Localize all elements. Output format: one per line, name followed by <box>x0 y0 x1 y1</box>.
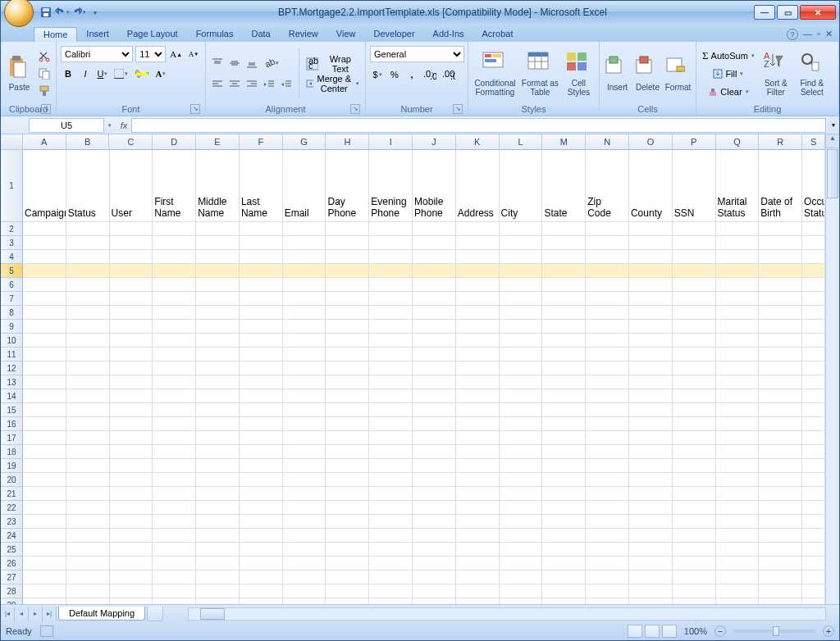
cell-R18[interactable] <box>759 445 802 459</box>
cell-D28[interactable] <box>153 584 196 598</box>
cell-G23[interactable] <box>283 515 326 529</box>
cell-E27[interactable] <box>196 571 240 584</box>
cell-H14[interactable] <box>326 389 369 403</box>
cell-C27[interactable] <box>110 571 153 584</box>
cell-M13[interactable] <box>542 375 586 389</box>
vertical-scrollbar[interactable]: ▲ <box>825 134 839 604</box>
cell-J5[interactable] <box>413 264 456 278</box>
cell-G21[interactable] <box>283 487 326 501</box>
cell-O19[interactable] <box>629 459 673 473</box>
qat-redo-icon[interactable]: ▾ <box>71 5 86 20</box>
bold-button[interactable]: B <box>61 66 75 82</box>
cell-M17[interactable] <box>542 431 586 445</box>
cell-A12[interactable] <box>23 361 66 375</box>
cell-M22[interactable] <box>542 501 586 515</box>
cell-I23[interactable] <box>369 515 413 529</box>
cell-L16[interactable] <box>500 417 543 431</box>
paste-button[interactable]: Paste <box>5 44 34 102</box>
column-header-B[interactable]: B <box>66 134 110 150</box>
close-button[interactable]: ✕ <box>800 5 836 20</box>
cell-B23[interactable] <box>66 515 110 529</box>
cell-B19[interactable] <box>66 459 110 473</box>
cell-B26[interactable] <box>66 557 110 571</box>
cell-R23[interactable] <box>759 515 802 529</box>
cell-D3[interactable] <box>153 236 196 250</box>
row-header-3[interactable]: 3 <box>1 236 23 250</box>
increase-decimal-icon[interactable]: .0.00 <box>422 66 438 83</box>
cell-C9[interactable] <box>110 320 153 334</box>
cell-R29[interactable] <box>759 598 802 604</box>
cell-N7[interactable] <box>586 292 629 306</box>
cell-S16[interactable] <box>802 417 825 431</box>
cell-Q23[interactable] <box>716 515 760 529</box>
cell-G3[interactable] <box>283 236 326 250</box>
cell-J21[interactable] <box>413 487 456 501</box>
cell-S24[interactable] <box>802 529 825 543</box>
cell-E16[interactable] <box>196 417 240 431</box>
column-header-F[interactable]: F <box>240 134 283 150</box>
border-button[interactable]: ▾ <box>112 66 130 82</box>
cell-H22[interactable] <box>326 501 369 515</box>
column-header-P[interactable]: P <box>673 134 716 150</box>
row-header-9[interactable]: 9 <box>1 320 23 334</box>
normal-view-icon[interactable] <box>628 625 642 638</box>
number-format-select[interactable]: General <box>370 46 464 62</box>
cell-C21[interactable] <box>110 487 153 501</box>
cell-D26[interactable] <box>153 557 196 571</box>
cell-K27[interactable] <box>456 571 500 584</box>
cell-A13[interactable] <box>23 375 66 389</box>
cell-N19[interactable] <box>586 459 629 473</box>
cell-O29[interactable] <box>629 598 673 604</box>
column-header-R[interactable]: R <box>759 134 802 150</box>
cell-C11[interactable] <box>110 348 153 361</box>
close-workbook-icon[interactable]: ✕ <box>825 29 833 40</box>
cell-N14[interactable] <box>586 389 629 403</box>
cell-I13[interactable] <box>369 375 413 389</box>
cell-S11[interactable] <box>802 348 825 361</box>
cell-P17[interactable] <box>673 431 716 445</box>
cell-F8[interactable] <box>240 306 283 320</box>
cell-D25[interactable] <box>153 543 196 557</box>
cell-S6[interactable] <box>802 278 825 292</box>
cell-E9[interactable] <box>196 320 240 334</box>
cell-H17[interactable] <box>326 431 369 445</box>
cell-H15[interactable] <box>326 403 369 417</box>
cell-C29[interactable] <box>110 598 153 604</box>
cell-I6[interactable] <box>369 278 413 292</box>
cell-Q16[interactable] <box>716 417 760 431</box>
row-header-26[interactable]: 26 <box>1 557 23 571</box>
cell-C14[interactable] <box>110 389 153 403</box>
cell-G28[interactable] <box>283 584 326 598</box>
comma-format-icon[interactable]: , <box>404 66 419 83</box>
cell-N18[interactable] <box>586 445 629 459</box>
row-header-19[interactable]: 19 <box>1 459 23 473</box>
cell-R7[interactable] <box>759 292 802 306</box>
cell-B1[interactable]: Status <box>66 150 110 222</box>
cell-M16[interactable] <box>542 417 586 431</box>
cell-C13[interactable] <box>110 375 153 389</box>
cell-P29[interactable] <box>673 598 716 604</box>
cell-C26[interactable] <box>110 557 153 571</box>
column-header-O[interactable]: O <box>629 134 673 150</box>
cell-L19[interactable] <box>500 459 543 473</box>
cell-G6[interactable] <box>283 278 326 292</box>
cell-I26[interactable] <box>369 557 413 571</box>
cell-E17[interactable] <box>196 431 240 445</box>
cell-L9[interactable] <box>500 320 543 334</box>
cell-S18[interactable] <box>802 445 825 459</box>
cell-L21[interactable] <box>500 487 543 501</box>
cell-E4[interactable] <box>196 250 240 264</box>
cell-D6[interactable] <box>153 278 196 292</box>
cell-N23[interactable] <box>586 515 629 529</box>
cell-P12[interactable] <box>673 361 716 375</box>
conditional-formatting-button[interactable]: Conditional Formatting <box>472 44 518 102</box>
cell-K16[interactable] <box>456 417 500 431</box>
cell-B17[interactable] <box>66 431 110 445</box>
cell-N3[interactable] <box>586 236 629 250</box>
cell-O2[interactable] <box>629 222 673 236</box>
cell-O5[interactable] <box>629 264 673 278</box>
cell-D22[interactable] <box>153 501 196 515</box>
cell-Q15[interactable] <box>716 403 760 417</box>
cell-I24[interactable] <box>369 529 413 543</box>
cell-Q7[interactable] <box>716 292 760 306</box>
